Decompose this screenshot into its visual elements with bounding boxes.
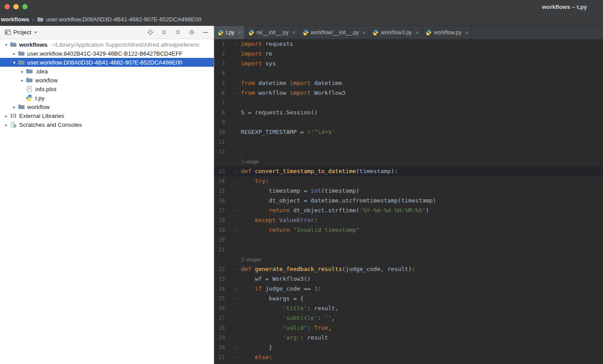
line-number[interactable]: 28	[214, 323, 225, 333]
fold-marker-icon[interactable]: –	[233, 264, 240, 274]
code-line[interactable]: 14– try:	[214, 176, 603, 186]
code-line[interactable]: 12	[214, 147, 603, 157]
chevron-down-icon[interactable]: ▾	[34, 30, 37, 35]
tree-item[interactable]: ▸External Libraries	[0, 111, 214, 120]
code-line[interactable]: 26 'title': result,	[214, 303, 603, 313]
hide-panel-icon[interactable]	[202, 28, 209, 36]
tab-close-icon[interactable]: ×	[465, 29, 469, 36]
code-line[interactable]: 16 dt_object = datetime.utcfromtimestamp…	[214, 196, 603, 206]
tree-item[interactable]: ▸workflow	[0, 102, 214, 111]
fold-marker-icon[interactable]: –	[233, 294, 240, 303]
line-number[interactable]: 30	[214, 343, 225, 352]
line-number[interactable]: 29	[214, 333, 225, 343]
minimize-button[interactable]	[13, 4, 19, 9]
fold-marker-icon[interactable]: –	[233, 88, 240, 98]
code-line[interactable]: 23 wf = Workflow3()	[214, 274, 603, 284]
editor-tab[interactable]: workflow.py×	[422, 26, 472, 39]
line-number[interactable]: 10	[214, 127, 225, 137]
code-line[interactable]: 30– }	[214, 343, 603, 352]
code-line[interactable]: 4	[214, 69, 603, 78]
tree-item[interactable]: info.plist	[0, 85, 214, 93]
line-number[interactable]: 25	[214, 294, 225, 303]
usage-inlay-hint[interactable]: 2 usages	[214, 255, 603, 264]
code-line[interactable]: 28 "valid": True,	[214, 323, 603, 333]
line-number[interactable]: 12	[214, 147, 225, 157]
fold-marker-icon[interactable]: –	[233, 343, 240, 352]
line-number[interactable]: 21	[214, 245, 225, 255]
chevron-right-icon[interactable]: ▸	[3, 113, 10, 118]
code-line[interactable]: 27 'subtitle': '',	[214, 313, 603, 323]
locate-file-icon[interactable]	[147, 28, 154, 36]
tree-item[interactable]: ▸user.workflow.8402B41C-3429-46BC-B122-B…	[0, 49, 214, 58]
code-line[interactable]: 3import sys	[214, 59, 603, 69]
usage-inlay-label[interactable]: 1 usage	[241, 157, 259, 166]
fold-marker-icon[interactable]: –	[233, 166, 240, 176]
fold-marker-icon[interactable]: –	[233, 284, 240, 294]
tree-item[interactable]: ▸Scratches and Consoles	[0, 120, 214, 129]
line-number[interactable]: 18	[214, 215, 225, 225]
code-line[interactable]: 19– return "Invalid timestamp"	[214, 225, 603, 235]
code-line[interactable]: 29 'arg': result	[214, 333, 603, 343]
chevron-right-icon[interactable]: ▸	[19, 78, 26, 83]
fold-marker-icon[interactable]: –	[233, 176, 240, 186]
code-line[interactable]: 17– return dt_object.strftime('%Y-%m-%d …	[214, 206, 603, 215]
tree-item[interactable]: t.py	[0, 93, 214, 102]
line-number[interactable]: 20	[214, 235, 225, 245]
line-number[interactable]: 16	[214, 196, 225, 206]
code-line[interactable]: 10REGEXP_TIMESTAMP = r'^\d+$'	[214, 127, 603, 137]
tab-close-icon[interactable]: ×	[363, 29, 366, 36]
code-line[interactable]: 2import re	[214, 49, 603, 59]
line-number[interactable]: 4	[214, 69, 225, 78]
line-number[interactable]: 5	[214, 78, 225, 88]
line-number[interactable]: 27	[214, 313, 225, 323]
code-line[interactable]: 5from datetime import datetime	[214, 78, 603, 88]
collapse-all-icon[interactable]	[174, 28, 182, 36]
editor-tab[interactable]: re/__init__.py×	[245, 26, 299, 39]
line-number[interactable]: 8	[214, 108, 225, 117]
line-number[interactable]: 23	[214, 274, 225, 284]
line-number[interactable]: 17	[214, 206, 225, 215]
settings-gear-icon[interactable]	[188, 28, 196, 36]
editor-tab[interactable]: t.py×	[214, 26, 245, 39]
code-line[interactable]: 7	[214, 98, 603, 108]
fold-marker-icon[interactable]: –	[233, 352, 240, 362]
chevron-down-icon[interactable]: ▾	[3, 42, 10, 47]
line-number[interactable]: 14	[214, 176, 225, 186]
breadcrumb-item-project[interactable]: workflows	[1, 16, 29, 23]
code-line[interactable]: 18 except ValueError:	[214, 215, 603, 225]
line-number[interactable]: 9	[214, 117, 225, 127]
code-line[interactable]: 11	[214, 137, 603, 147]
code-line[interactable]: 25– kwargs = {	[214, 294, 603, 303]
tab-close-icon[interactable]: ×	[292, 29, 296, 36]
line-number[interactable]: 13	[214, 166, 225, 176]
code-line[interactable]: 8S = requests.Session()	[214, 108, 603, 117]
project-panel-title[interactable]: Project	[13, 29, 31, 36]
project-tree[interactable]: ▾workflows~/Library/Application Support/…	[0, 39, 214, 364]
editor-tab[interactable]: workflow3.py×	[369, 26, 422, 39]
tree-item[interactable]: ▾user.workflow.D08A0D3D-4B41-4682-907E-6…	[0, 58, 214, 67]
expand-all-icon[interactable]	[160, 28, 168, 36]
code-line[interactable]: 31– else:	[214, 352, 603, 362]
line-number[interactable]: 11	[214, 137, 225, 147]
chevron-right-icon[interactable]: ▸	[19, 69, 26, 74]
code-editor[interactable]: 1–import requests2import re3import sys45…	[214, 39, 603, 364]
line-number[interactable]: 31	[214, 352, 225, 362]
code-line[interactable]: 6–from workflow import Workflow3	[214, 88, 603, 98]
line-number[interactable]: 19	[214, 225, 225, 235]
code-line[interactable]: 13–def convert_timestamp_to_datetime(tim…	[214, 166, 603, 176]
close-button[interactable]	[4, 4, 10, 9]
code-line[interactable]: 20	[214, 235, 603, 245]
code-line[interactable]: 21	[214, 245, 603, 255]
tab-close-icon[interactable]: ×	[416, 29, 419, 36]
code-line[interactable]: 15 timestamp = int(timestamp)	[214, 186, 603, 196]
line-number[interactable]: 3	[214, 59, 225, 69]
chevron-right-icon[interactable]: ▸	[11, 105, 18, 109]
tree-item[interactable]: ▸.idea	[0, 67, 214, 76]
zoom-button[interactable]	[22, 4, 28, 9]
fold-marker-icon[interactable]: –	[233, 39, 240, 49]
chevron-right-icon[interactable]: ▸	[11, 51, 18, 56]
fold-marker-icon[interactable]: –	[233, 206, 240, 215]
line-number[interactable]: 6	[214, 88, 225, 98]
code-line[interactable]: 24– if judge_code == 1:	[214, 284, 603, 294]
line-number[interactable]: 24	[214, 284, 225, 294]
